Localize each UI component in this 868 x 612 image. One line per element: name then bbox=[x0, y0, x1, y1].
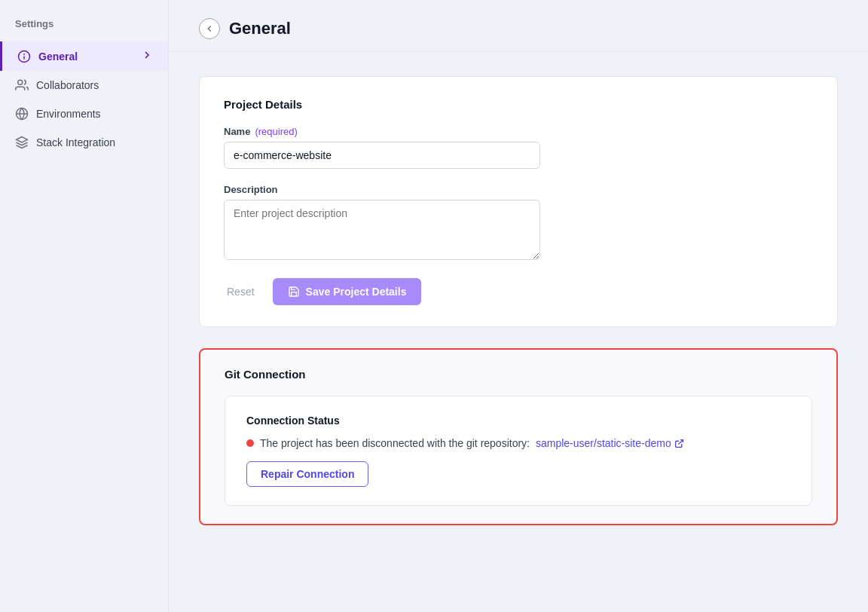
git-connection-section-title: Git Connection bbox=[225, 368, 812, 381]
name-label: Name (required) bbox=[224, 126, 813, 137]
page-header: General bbox=[169, 0, 868, 52]
git-connection-card: Git Connection Connection Status The pro… bbox=[199, 348, 838, 525]
description-label: Description bbox=[224, 184, 813, 195]
sidebar: Settings General Collaborators bbox=[0, 0, 169, 612]
layers-icon bbox=[15, 136, 29, 149]
project-name-input[interactable] bbox=[224, 142, 540, 169]
project-details-section-title: Project Details bbox=[224, 98, 813, 111]
save-icon bbox=[288, 286, 300, 298]
svg-point-3 bbox=[18, 80, 23, 84]
sidebar-item-environments-label: Environments bbox=[36, 108, 101, 120]
sidebar-item-stack-integration[interactable]: Stack Integration bbox=[0, 128, 168, 157]
connection-status-row: The project has been disconnected with t… bbox=[246, 437, 790, 449]
info-icon bbox=[17, 50, 31, 63]
name-form-group: Name (required) bbox=[224, 126, 813, 169]
users-icon bbox=[15, 78, 29, 92]
save-project-details-button[interactable]: Save Project Details bbox=[273, 278, 422, 305]
page-title: General bbox=[229, 19, 291, 38]
sidebar-item-environments[interactable]: Environments bbox=[0, 99, 168, 128]
content-area: Project Details Name (required) Descript… bbox=[169, 52, 868, 549]
sidebar-item-stack-integration-label: Stack Integration bbox=[36, 136, 115, 148]
repo-link[interactable]: sample-user/static-site-demo bbox=[536, 437, 684, 449]
project-description-textarea[interactable] bbox=[224, 200, 540, 260]
project-details-card: Project Details Name (required) Descript… bbox=[199, 76, 838, 327]
description-form-group: Description bbox=[224, 184, 813, 263]
chevron-right-icon bbox=[141, 49, 153, 63]
connection-status-message: The project has been disconnected with t… bbox=[260, 437, 530, 449]
reset-button[interactable]: Reset bbox=[224, 280, 258, 304]
main-content: General Project Details Name (required) … bbox=[169, 0, 868, 612]
name-required-indicator: (required) bbox=[255, 126, 297, 137]
form-actions: Reset Save Project Details bbox=[224, 278, 813, 305]
sidebar-item-collaborators[interactable]: Collaborators bbox=[0, 71, 168, 99]
repair-connection-button[interactable]: Repair Connection bbox=[246, 461, 368, 487]
sidebar-title: Settings bbox=[0, 18, 168, 41]
globe-icon bbox=[15, 107, 29, 121]
disconnected-status-dot bbox=[246, 439, 254, 447]
external-link-icon bbox=[674, 439, 684, 448]
back-button[interactable] bbox=[199, 18, 220, 39]
svg-marker-6 bbox=[17, 137, 28, 143]
svg-line-7 bbox=[678, 439, 683, 444]
git-inner-card: Connection Status The project has been d… bbox=[225, 396, 812, 506]
sidebar-item-general-label: General bbox=[38, 50, 78, 63]
sidebar-item-general[interactable]: General bbox=[0, 41, 168, 71]
connection-status-title: Connection Status bbox=[246, 415, 790, 427]
sidebar-item-collaborators-label: Collaborators bbox=[36, 79, 99, 91]
